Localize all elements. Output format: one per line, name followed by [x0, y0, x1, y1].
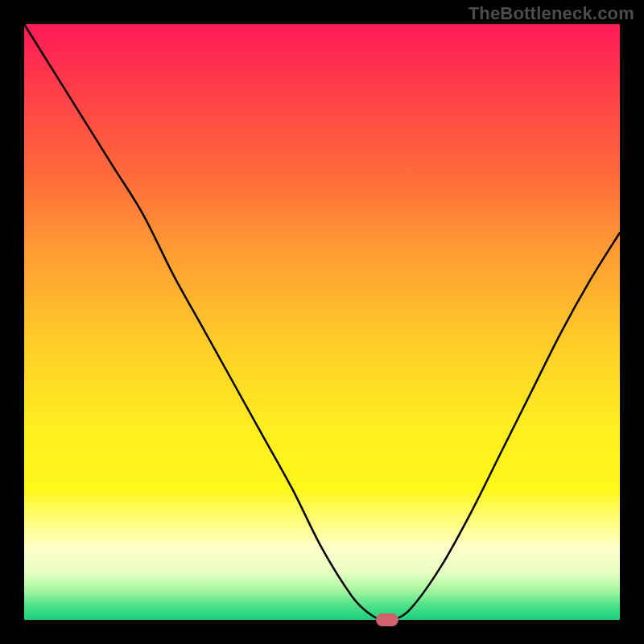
bottleneck-curve	[24, 24, 620, 620]
plot-area	[24, 24, 620, 620]
chart-frame: TheBottleneck.com	[0, 0, 644, 644]
watermark-text: TheBottleneck.com	[469, 3, 634, 24]
optimal-marker	[376, 613, 398, 626]
